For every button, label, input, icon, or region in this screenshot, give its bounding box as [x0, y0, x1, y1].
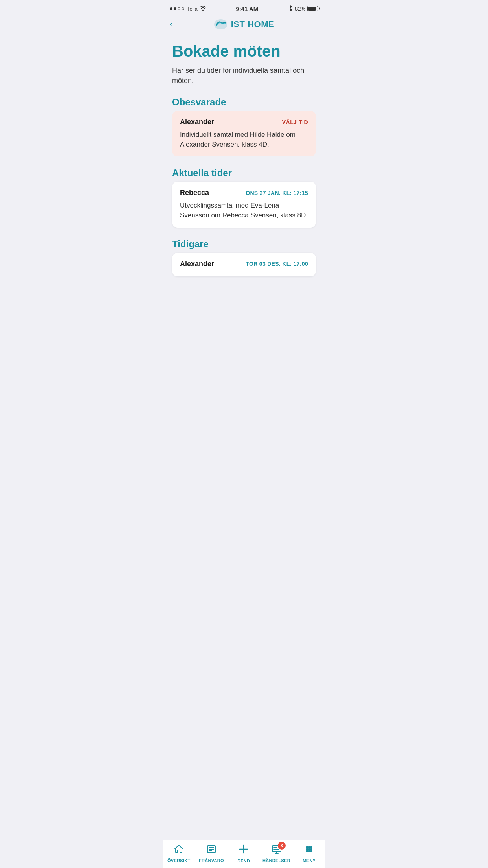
bluetooth-icon — [288, 5, 293, 13]
current-card-name: Rebecca — [180, 189, 209, 197]
current-card-header: Rebecca ONS 27 JAN. KL: 17:15 — [180, 189, 308, 197]
battery-bar — [307, 6, 318, 11]
app-logo: IST Home — [214, 19, 274, 30]
ist-logo-icon — [214, 19, 228, 30]
svg-point-0 — [214, 19, 227, 29]
page-title: Bokade möten — [172, 42, 316, 60]
previous-card-header: Alexander TOR 03 DES. KL: 17:00 — [180, 260, 308, 268]
previous-card-name: Alexander — [180, 260, 214, 268]
current-card-date: ONS 27 JAN. KL: 17:15 — [246, 190, 308, 196]
wifi-icon — [200, 6, 206, 12]
status-right: 82% — [288, 5, 318, 13]
nav-header: ‹ IST Home — [163, 16, 325, 35]
previous-card-date: TOR 03 DES. KL: 17:00 — [246, 261, 308, 267]
battery-fill — [308, 7, 316, 11]
battery-percent: 82% — [295, 6, 305, 12]
unanswered-card-description: Individuellt samtal med Hilde Halde om A… — [180, 130, 308, 149]
section-unanswered-title: Obesvarade — [172, 97, 316, 108]
unanswered-card-name: Alexander — [180, 118, 214, 126]
section-current-title: Aktuella tider — [172, 167, 316, 178]
signal-dots — [170, 7, 184, 10]
back-button[interactable]: ‹ — [170, 20, 172, 29]
previous-card[interactable]: Alexander TOR 03 DES. KL: 17:00 — [172, 253, 316, 276]
valj-tid-button[interactable]: VÄLJ TID — [282, 119, 308, 125]
status-left: Telia — [170, 6, 206, 12]
unanswered-card[interactable]: Alexander VÄLJ TID Individuellt samtal m… — [172, 111, 316, 156]
main-content: Bokade möten Här ser du tider för indivi… — [163, 35, 325, 316]
app-title: IST Home — [231, 19, 274, 29]
current-card-description: Utvecklingssamtal med Eva-Lena Svensson … — [180, 201, 308, 220]
signal-dot-3 — [178, 7, 180, 10]
signal-dot-2 — [174, 7, 176, 10]
status-time: 9:41 AM — [236, 6, 258, 12]
page-subtitle: Här ser du tider för individuella samtal… — [172, 65, 316, 86]
signal-dot-1 — [170, 7, 172, 10]
signal-dot-4 — [182, 7, 184, 10]
status-bar: Telia 9:41 AM 82% — [163, 0, 325, 16]
carrier-label: Telia — [187, 6, 198, 12]
unanswered-card-header: Alexander VÄLJ TID — [180, 118, 308, 126]
current-card[interactable]: Rebecca ONS 27 JAN. KL: 17:15 Utveckling… — [172, 182, 316, 227]
section-previous-title: Tidigare — [172, 239, 316, 250]
